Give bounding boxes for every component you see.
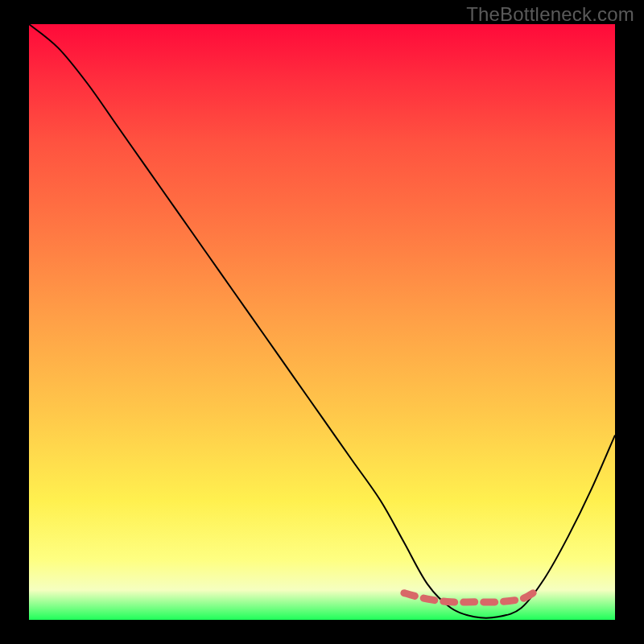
- optimal-band: [404, 593, 533, 602]
- watermark-text: TheBottleneck.com: [466, 3, 634, 26]
- band-layer: [29, 24, 615, 620]
- chart-area: [29, 24, 615, 620]
